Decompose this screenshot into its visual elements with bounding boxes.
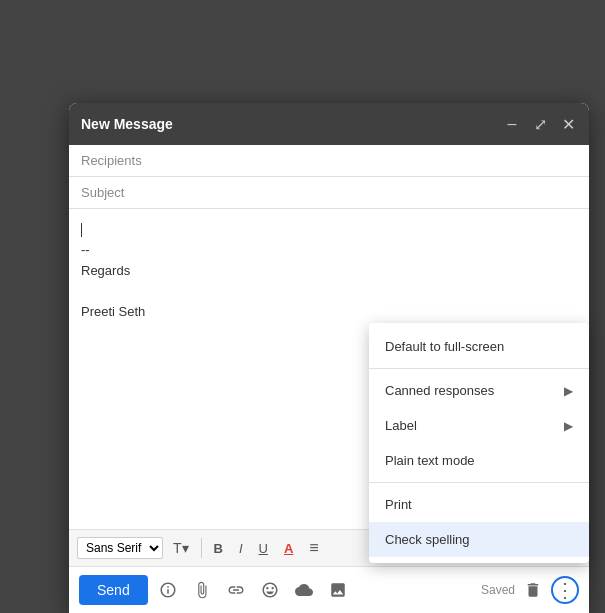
toolbar-separator-1 — [201, 538, 202, 558]
drive-icon[interactable] — [290, 576, 318, 604]
subject-input[interactable] — [81, 185, 577, 200]
more-options-button[interactable]: ⋮ — [551, 576, 579, 604]
menu-item-fullscreen[interactable]: Default to full-screen — [369, 329, 589, 364]
compose-footer: Send Saved ⋮ — [69, 566, 589, 613]
header-icons: – ⤢ ✕ — [503, 115, 577, 133]
signature-line4: Preeti Seth — [81, 304, 145, 319]
menu-item-label[interactable]: Label ▶ — [369, 408, 589, 443]
canned-arrow-icon: ▶ — [564, 384, 573, 398]
emoji-icon[interactable] — [256, 576, 284, 604]
menu-divider-1 — [369, 368, 589, 369]
saved-text: Saved — [481, 583, 515, 597]
italic-button[interactable]: I — [233, 538, 249, 559]
cursor — [81, 223, 82, 237]
minimize-icon[interactable]: – — [503, 115, 521, 133]
font-family-select[interactable]: Sans Serif — [77, 537, 163, 559]
footer-right: Saved ⋮ — [481, 576, 579, 604]
compose-header: New Message – ⤢ ✕ — [69, 103, 589, 145]
font-size-button[interactable]: T▾ — [167, 537, 195, 559]
close-icon[interactable]: ✕ — [559, 115, 577, 133]
subject-field[interactable] — [69, 177, 589, 209]
format-icon[interactable] — [154, 576, 182, 604]
attachment-icon[interactable] — [188, 576, 216, 604]
menu-divider-2 — [369, 482, 589, 483]
delete-icon[interactable] — [519, 576, 547, 604]
label-arrow-icon: ▶ — [564, 419, 573, 433]
dropdown-menu: Default to full-screen Canned responses … — [369, 323, 589, 563]
send-button[interactable]: Send — [79, 575, 148, 605]
compose-window: New Message – ⤢ ✕ -- Regards Preeti Seth… — [69, 103, 589, 613]
signature-line2: Regards — [81, 263, 130, 278]
align-button[interactable]: ≡ — [303, 536, 324, 560]
underline-button[interactable]: U — [253, 538, 274, 559]
menu-item-plain-text[interactable]: Plain text mode — [369, 443, 589, 478]
expand-icon[interactable]: ⤢ — [531, 115, 549, 133]
text-color-button[interactable]: A — [278, 538, 299, 559]
menu-item-canned[interactable]: Canned responses ▶ — [369, 373, 589, 408]
menu-item-spelling[interactable]: Check spelling — [369, 522, 589, 557]
signature-line1: -- — [81, 242, 90, 257]
recipients-input[interactable] — [81, 153, 577, 168]
recipients-field[interactable] — [69, 145, 589, 177]
link-icon[interactable] — [222, 576, 250, 604]
photo-icon[interactable] — [324, 576, 352, 604]
bold-button[interactable]: B — [208, 538, 229, 559]
menu-item-print[interactable]: Print — [369, 487, 589, 522]
compose-title: New Message — [81, 116, 173, 132]
